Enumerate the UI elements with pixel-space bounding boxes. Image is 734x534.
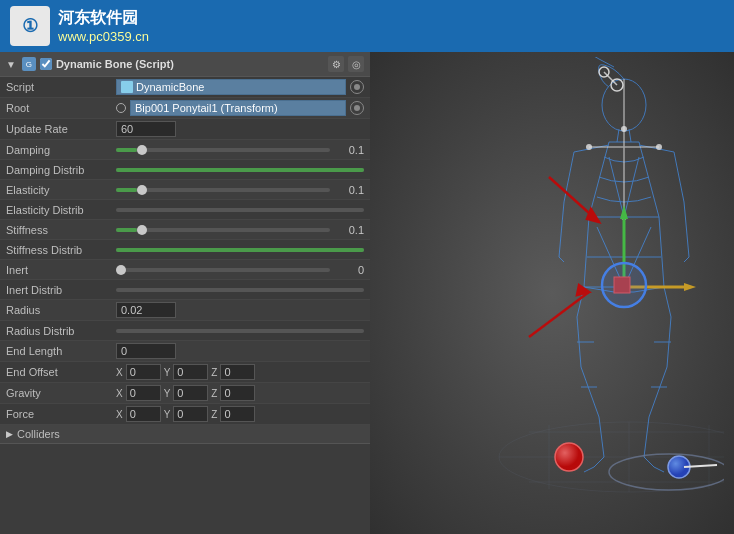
prop-stiffness-distrib: Stiffness Distrib xyxy=(0,240,370,260)
prop-inert: Inert 0 xyxy=(0,260,370,280)
prop-gravity: Gravity X Y Z xyxy=(0,383,370,404)
gravity-y-input[interactable] xyxy=(173,385,208,401)
force-z-input[interactable] xyxy=(220,406,255,422)
gravity-z-input[interactable] xyxy=(220,385,255,401)
watermark-bar: ① 河东软件园 www.pc0359.cn xyxy=(0,0,734,52)
stiffness-value: 0.1 xyxy=(334,224,364,236)
component-target-btn[interactable]: ◎ xyxy=(348,56,364,72)
prop-label-end-offset: End Offset xyxy=(6,366,116,378)
damping-slider-track[interactable] xyxy=(116,148,330,152)
prop-label-inert-distrib: Inert Distrib xyxy=(6,284,116,296)
component-actions: ⚙ ◎ xyxy=(328,56,364,72)
damping-distrib-slider[interactable] xyxy=(116,168,364,172)
prop-value-end-length xyxy=(116,343,364,359)
prop-value-damping-distrib xyxy=(116,168,364,172)
script-object-ref[interactable]: DynamicBone xyxy=(116,79,346,95)
elasticity-slider-track[interactable] xyxy=(116,188,330,192)
root-object-ref[interactable]: Bip001 Ponytail1 (Transform) xyxy=(130,100,346,116)
inert-value: 0 xyxy=(334,264,364,276)
watermark-logo: ① xyxy=(10,6,50,46)
watermark-title: 河东软件园 xyxy=(58,8,149,29)
prop-script: Script DynamicBone xyxy=(0,77,370,98)
prop-value-elasticity-distrib xyxy=(116,208,364,212)
inert-distrib-slider[interactable] xyxy=(116,288,364,292)
stiffness-distrib-fill xyxy=(116,248,364,252)
elasticity-distrib-slider[interactable] xyxy=(116,208,364,212)
main-content: ▼ G Dynamic Bone (Script) ⚙ ◎ Script Dyn… xyxy=(0,52,734,534)
radius-distrib-slider[interactable] xyxy=(116,329,364,333)
stiffness-slider-handle[interactable] xyxy=(137,225,147,235)
inert-slider-track[interactable] xyxy=(116,268,330,272)
component-header[interactable]: ▼ G Dynamic Bone (Script) ⚙ ◎ xyxy=(0,52,370,77)
end-offset-x-input[interactable] xyxy=(126,364,161,380)
script-value: DynamicBone xyxy=(136,81,204,93)
prop-label-elasticity: Elasticity xyxy=(6,184,116,196)
watermark-text-block: 河东软件园 www.pc0359.cn xyxy=(58,8,149,44)
prop-end-offset: End Offset X Y Z xyxy=(0,362,370,383)
component-settings-btn[interactable]: ⚙ xyxy=(328,56,344,72)
stiffness-distrib-slider[interactable] xyxy=(116,248,364,252)
scene-svg xyxy=(469,57,724,507)
end-offset-z-label: Z xyxy=(211,367,217,378)
svg-line-9 xyxy=(587,57,599,59)
svg-line-20 xyxy=(624,157,639,217)
prop-update-rate: Update Rate xyxy=(0,119,370,140)
force-x-input[interactable] xyxy=(126,406,161,422)
radius-input[interactable] xyxy=(116,302,176,318)
prop-force: Force X Y Z xyxy=(0,404,370,425)
colliders-arrow: ▶ xyxy=(6,429,13,439)
damping-distrib-fill xyxy=(116,168,364,172)
end-offset-y-input[interactable] xyxy=(173,364,208,380)
elasticity-slider-handle[interactable] xyxy=(137,185,147,195)
prop-damping: Damping 0.1 xyxy=(0,140,370,160)
svg-point-28 xyxy=(621,126,627,132)
elasticity-value: 0.1 xyxy=(334,184,364,196)
colliders-section-header[interactable]: ▶ Colliders xyxy=(0,425,370,444)
component-collapse-arrow[interactable]: ▼ xyxy=(6,59,16,70)
root-value: Bip001 Ponytail1 (Transform) xyxy=(135,102,278,114)
prop-label-radius-distrib: Radius Distrib xyxy=(6,325,116,337)
component-enabled-checkbox[interactable] xyxy=(40,58,52,70)
end-length-input[interactable] xyxy=(116,343,176,359)
end-offset-z-input[interactable] xyxy=(220,364,255,380)
prop-root: Root Bip001 Ponytail1 (Transform) xyxy=(0,98,370,119)
inert-slider-handle[interactable] xyxy=(116,265,126,275)
prop-value-end-offset: X Y Z xyxy=(116,364,364,380)
gravity-x-label: X xyxy=(116,388,123,399)
prop-value-update-rate xyxy=(116,121,364,137)
damping-value: 0.1 xyxy=(334,144,364,156)
colliders-label: Colliders xyxy=(17,428,60,440)
prop-label-stiffness-distrib: Stiffness Distrib xyxy=(6,244,116,256)
prop-label-radius: Radius xyxy=(6,304,116,316)
force-z-label: Z xyxy=(211,409,217,420)
force-x-label: X xyxy=(116,409,123,420)
end-offset-x-label: X xyxy=(116,367,123,378)
svg-line-11 xyxy=(629,129,631,142)
gravity-x-input[interactable] xyxy=(126,385,161,401)
svg-line-35 xyxy=(604,72,617,85)
prop-inert-distrib: Inert Distrib xyxy=(0,280,370,300)
prop-label-stiffness: Stiffness xyxy=(6,224,116,236)
damping-slider-handle[interactable] xyxy=(137,145,147,155)
prop-value-inert: 0 xyxy=(116,264,364,276)
svg-line-19 xyxy=(609,157,624,217)
svg-point-47 xyxy=(609,454,724,490)
stiffness-slider-fill xyxy=(116,228,137,232)
svg-point-32 xyxy=(656,144,662,150)
script-icon xyxy=(121,81,133,93)
watermark-url: www.pc0359.cn xyxy=(58,29,149,44)
root-transform-icon xyxy=(116,103,126,113)
prop-elasticity-distrib: Elasticity Distrib xyxy=(0,200,370,220)
update-rate-input[interactable] xyxy=(116,121,176,137)
force-y-input[interactable] xyxy=(173,406,208,422)
stiffness-slider-track[interactable] xyxy=(116,228,330,232)
component-icon: G xyxy=(22,57,36,71)
prop-label-end-length: End Length xyxy=(6,345,116,357)
svg-marker-43 xyxy=(587,209,599,222)
root-target-btn[interactable] xyxy=(350,101,364,115)
prop-value-stiffness-distrib xyxy=(116,248,364,252)
prop-value-stiffness: 0.1 xyxy=(116,224,364,236)
prop-label-update-rate: Update Rate xyxy=(6,123,116,135)
script-target-btn[interactable] xyxy=(350,80,364,94)
prop-label-damping: Damping xyxy=(6,144,116,156)
